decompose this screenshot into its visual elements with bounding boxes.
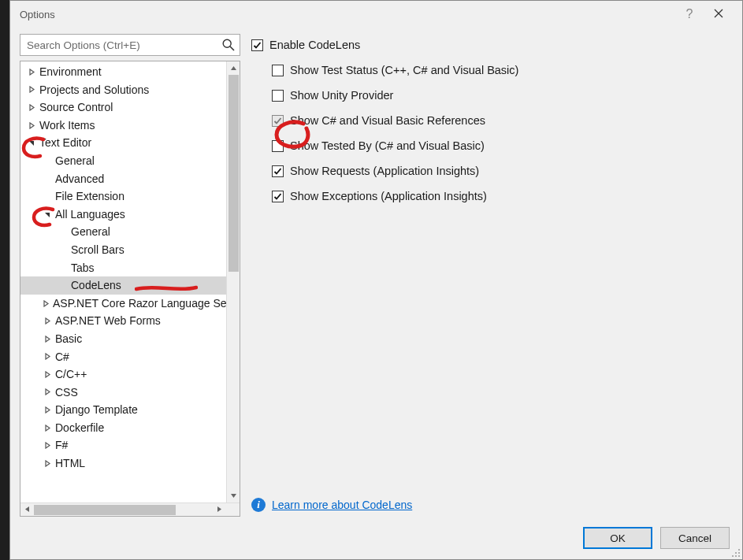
expander-closed-icon[interactable] (43, 317, 52, 325)
tree-item[interactable]: Advanced (20, 170, 240, 188)
expander-closed-icon[interactable] (27, 69, 36, 76)
option-checkbox[interactable] (272, 140, 284, 152)
option-label: Show Exceptions (Application Insights) (290, 190, 487, 202)
resize-grip[interactable] (730, 547, 741, 558)
expander-closed-icon[interactable] (43, 460, 52, 467)
expander-closed-icon[interactable] (43, 300, 50, 307)
expander-closed-icon[interactable] (27, 104, 36, 111)
scroll-right-icon[interactable] (213, 506, 226, 514)
expander-closed-icon[interactable] (43, 406, 52, 414)
option-row[interactable]: Show Tested By (C# and Visual Basic) (251, 135, 733, 157)
svg-marker-17 (46, 425, 50, 431)
tree-item-label: CSS (55, 384, 78, 402)
svg-marker-11 (46, 318, 50, 324)
option-label: Show Unity Provider (290, 89, 393, 102)
checkmark-icon (253, 41, 262, 50)
option-checkbox[interactable] (272, 65, 284, 76)
tree-item[interactable]: Environment (20, 63, 240, 81)
tree-item[interactable]: CodeLens (20, 276, 240, 295)
enable-codelens-row[interactable]: Enable CodeLens (251, 34, 733, 56)
tree-horizontal-scrollbar[interactable] (20, 503, 240, 516)
scroll-down-icon[interactable] (227, 489, 240, 503)
tree-item[interactable]: Source Control (20, 98, 240, 117)
tree-item-label: Projects and Solutions (39, 81, 149, 99)
expander-closed-icon[interactable] (43, 371, 52, 378)
expander-closed-icon[interactable] (27, 86, 36, 93)
tree-item[interactable]: Text Editor (20, 134, 240, 152)
svg-marker-10 (44, 301, 48, 306)
tree-item[interactable]: Tabs (20, 259, 240, 277)
search-input[interactable] (20, 34, 240, 56)
tree-item[interactable]: Django Template (20, 401, 240, 419)
learn-more-link[interactable]: Learn more about CodeLens (272, 499, 412, 511)
info-icon: i (251, 498, 266, 512)
svg-marker-8 (29, 141, 34, 146)
tree-item[interactable]: F# (20, 436, 240, 454)
tree-item-label: Scroll Bars (71, 241, 124, 259)
svg-marker-16 (46, 407, 50, 413)
option-checkbox[interactable] (272, 165, 284, 177)
expander-closed-icon[interactable] (43, 353, 52, 360)
expander-closed-icon[interactable] (43, 442, 52, 449)
option-label: Show Test Status (C++, C# and Visual Bas… (290, 64, 518, 76)
svg-marker-19 (46, 461, 50, 466)
left-panel: EnvironmentProjects and SolutionsSource … (20, 34, 240, 517)
scroll-left-icon[interactable] (20, 506, 34, 514)
option-row[interactable]: Show C# and Visual Basic References (251, 109, 733, 132)
scroll-up-icon[interactable] (227, 61, 240, 75)
enable-codelens-checkbox[interactable] (251, 39, 263, 51)
expander-open-icon[interactable] (43, 211, 52, 218)
svg-marker-12 (46, 336, 50, 342)
close-icon (714, 9, 723, 18)
expander-closed-icon[interactable] (27, 122, 36, 129)
tree-item[interactable]: All Languages (20, 206, 240, 224)
svg-marker-6 (30, 105, 34, 110)
tree-item-label: Tabs (71, 259, 95, 277)
option-row[interactable]: Show Exceptions (Application Insights) (251, 185, 733, 207)
tree-item-label: Dockerfile (55, 419, 104, 437)
tree-item[interactable]: General (20, 223, 240, 241)
option-checkbox[interactable] (272, 90, 284, 102)
tree-item[interactable]: HTML (20, 454, 240, 473)
tree-item[interactable]: Basic (20, 330, 240, 348)
tree-item-label: Basic (55, 330, 82, 348)
option-checkbox (272, 115, 284, 127)
ok-button[interactable]: OK (583, 527, 652, 549)
expander-closed-icon[interactable] (43, 425, 52, 432)
svg-point-26 (738, 552, 740, 554)
tree-item[interactable]: C# (20, 348, 240, 366)
tree-item-label: All Languages (55, 206, 125, 224)
dialog-footer: OK Cancel (10, 517, 742, 559)
svg-marker-14 (46, 372, 50, 377)
tree-item-label: F# (55, 436, 68, 454)
option-row[interactable]: Show Unity Provider (251, 84, 733, 106)
tree-item[interactable]: Scroll Bars (20, 241, 240, 259)
expander-closed-icon[interactable] (43, 388, 52, 395)
tree-vertical-scrollbar[interactable] (226, 61, 240, 503)
tree-item-label: HTML (55, 454, 85, 473)
tree-item[interactable]: File Extension (20, 187, 240, 206)
tree-item[interactable]: Projects and Solutions (20, 81, 240, 99)
tree-item[interactable]: ASP.NET Web Forms (20, 312, 240, 330)
cancel-button[interactable]: Cancel (660, 527, 730, 549)
option-row[interactable]: Show Requests (Application Insights) (251, 160, 733, 182)
expander-open-icon[interactable] (27, 139, 36, 146)
tree-item[interactable]: Work Items (20, 117, 240, 135)
hscroll-thumb[interactable] (34, 505, 176, 515)
tree-item[interactable]: Dockerfile (20, 419, 240, 437)
help-button[interactable]: ? (678, 7, 701, 21)
tree-item-label: General (71, 223, 110, 241)
svg-line-3 (230, 46, 234, 50)
tree-item[interactable]: ASP.NET Core Razor Language Service (20, 295, 240, 313)
expander-closed-icon[interactable] (43, 336, 52, 343)
close-button[interactable] (701, 8, 736, 20)
tree-item[interactable]: General (20, 152, 240, 170)
svg-point-24 (738, 549, 740, 551)
scroll-thumb[interactable] (228, 75, 239, 272)
option-checkbox[interactable] (272, 191, 284, 202)
tree-item-label: Work Items (39, 117, 95, 135)
option-row[interactable]: Show Test Status (C++, C# and Visual Bas… (251, 59, 733, 81)
tree-item[interactable]: CSS (20, 384, 240, 402)
tree-item-label: C# (55, 348, 69, 366)
tree-item[interactable]: C/C++ (20, 365, 240, 384)
